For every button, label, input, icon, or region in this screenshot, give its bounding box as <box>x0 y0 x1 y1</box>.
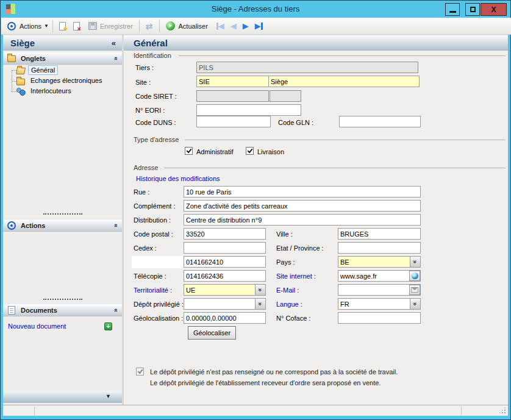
globe-icon <box>412 272 418 279</box>
email-label[interactable]: E-Mail : <box>276 287 299 294</box>
territorialite-label[interactable]: Territorialité : <box>134 287 172 294</box>
splitter-handle[interactable] <box>43 213 82 215</box>
documents-section-title: Documents <box>21 307 57 314</box>
minimize-button[interactable] <box>445 3 460 16</box>
onglets-section-title: Onglets <box>21 55 46 62</box>
pays-label: Pays : <box>276 258 295 266</box>
statusbar-divider <box>34 407 35 415</box>
sidebar-item-interlocuteurs[interactable]: Interlocuteurs <box>3 87 122 97</box>
toolbar-separator <box>52 20 53 32</box>
site-code-field[interactable] <box>196 76 269 87</box>
nav-first-button[interactable]: ◀ <box>216 22 224 30</box>
pays-combo[interactable]: BE » <box>338 256 421 268</box>
site-internet-field[interactable] <box>338 270 421 282</box>
tiers-label: Tiers : <box>135 64 154 71</box>
geolocaliser-button[interactable]: Géolocaliser <box>188 326 236 340</box>
actualiser-icon <box>166 21 175 30</box>
window-title: Siège - Adresses du tiers <box>1 4 510 13</box>
delete-button[interactable]: × <box>73 22 80 30</box>
actions-caret-icon[interactable]: ▼ <box>44 23 49 29</box>
livraison-checkbox[interactable] <box>246 147 254 155</box>
site-name-field[interactable] <box>268 76 420 87</box>
new-document-link[interactable]: Nouveau document <box>8 322 66 330</box>
folder-icon <box>7 55 16 62</box>
nav-last-button[interactable]: ▶ <box>255 22 263 30</box>
pays-dropdown-button[interactable]: » <box>410 257 420 267</box>
envelope-icon <box>411 287 418 293</box>
territorialite-value: UE <box>184 285 255 295</box>
sidebar-collapse-button[interactable]: « <box>112 38 116 48</box>
administratif-checkbox[interactable] <box>185 147 193 155</box>
langue-combo[interactable]: FR » <box>338 298 421 310</box>
territorialite-dropdown-button[interactable]: » <box>255 285 265 295</box>
depot-note-checkbox[interactable] <box>136 368 144 376</box>
resize-grip[interactable] <box>504 412 506 413</box>
eori-label: N° EORI : <box>135 107 165 114</box>
nav-prev-button[interactable]: ◀ <box>230 22 237 30</box>
telecopie-field[interactable] <box>184 270 266 282</box>
tree-item-label[interactable]: Echanges électroniques <box>28 76 104 85</box>
sidebar: Siège « Onglets » Général Echanges élect… <box>3 35 122 405</box>
historique-link[interactable]: Historique des modifications <box>136 175 220 182</box>
expand-down-icon[interactable]: ▼ <box>105 393 111 399</box>
site-internet-label[interactable]: Site internet : <box>276 272 316 280</box>
gln-field[interactable] <box>339 116 421 127</box>
toolbar-separator <box>139 20 140 32</box>
coface-field[interactable] <box>338 312 421 324</box>
onglets-section-header[interactable]: Onglets » <box>3 52 122 65</box>
nav-last-icon: ▶ <box>255 22 261 30</box>
ville-field[interactable] <box>338 228 421 240</box>
splitter-handle[interactable] <box>43 299 82 300</box>
telephone-field[interactable] <box>184 256 266 268</box>
onglets-collapse-icon[interactable]: » <box>112 57 119 60</box>
toolbar-separator <box>159 20 160 32</box>
open-website-button[interactable] <box>409 271 420 281</box>
langue-label[interactable]: Langue : <box>276 301 302 308</box>
siret-field-1[interactable] <box>196 90 269 102</box>
new-document-button[interactable]: ★ <box>59 22 66 30</box>
add-document-button[interactable]: + <box>104 322 112 330</box>
code-postal-field[interactable] <box>184 228 266 240</box>
siret-field-2[interactable] <box>270 90 301 102</box>
email-field[interactable] <box>338 284 421 296</box>
duns-field[interactable] <box>196 116 271 127</box>
sidebar-item-echanges[interactable]: Echanges électroniques <box>3 76 122 87</box>
window-body: Siège « Onglets » Général Echanges élect… <box>3 35 508 405</box>
save-button[interactable]: Enregistrer <box>100 23 133 30</box>
documents-section-header[interactable]: Documents » <box>3 304 122 316</box>
tree-item-label[interactable]: Interlocuteurs <box>28 87 74 95</box>
territorialite-combo[interactable]: UE » <box>184 284 266 296</box>
actualiser-button[interactable]: Actualiser <box>179 23 208 30</box>
complement-label: Complément : <box>134 202 175 210</box>
tree-item-label[interactable]: Général <box>28 65 58 75</box>
actions-section-header[interactable]: Actions » <box>3 219 122 232</box>
actions-collapse-icon[interactable]: » <box>112 224 119 227</box>
complement-field[interactable] <box>184 200 421 212</box>
send-email-button[interactable] <box>409 285 420 295</box>
maximize-button[interactable] <box>465 3 480 16</box>
rue-field[interactable] <box>184 186 421 198</box>
close-button[interactable]: X <box>481 3 507 16</box>
langue-dropdown-button[interactable]: » <box>410 299 420 309</box>
cedex-field[interactable] <box>184 242 266 254</box>
distribution-field[interactable] <box>184 214 421 226</box>
sidebar-item-general[interactable]: Général <box>3 65 122 76</box>
langue-value: FR <box>338 299 410 309</box>
depot-value <box>184 299 255 309</box>
etat-province-field[interactable] <box>338 242 421 254</box>
gln-label: Code GLN : <box>278 119 313 126</box>
depot-dropdown-button[interactable]: » <box>255 299 265 309</box>
documents-collapse-icon[interactable]: » <box>112 308 119 312</box>
depot-combo[interactable]: » <box>184 298 266 310</box>
geolocalisation-field[interactable] <box>184 312 266 324</box>
eori-field[interactable] <box>196 104 301 116</box>
nav-next-button[interactable]: ▶ <box>243 22 249 30</box>
ville-label: Ville : <box>276 230 293 238</box>
tiers-field[interactable] <box>196 62 418 73</box>
actions-menu-button[interactable]: Actions <box>20 23 41 30</box>
pays-value: BE <box>338 257 410 267</box>
sidebar-header: Siège « <box>3 36 122 51</box>
main-panel: Général Identification Tiers : Site : Co… <box>124 35 508 405</box>
refresh-icon[interactable]: ⇄ <box>146 21 153 31</box>
page-title: Général <box>134 38 168 48</box>
